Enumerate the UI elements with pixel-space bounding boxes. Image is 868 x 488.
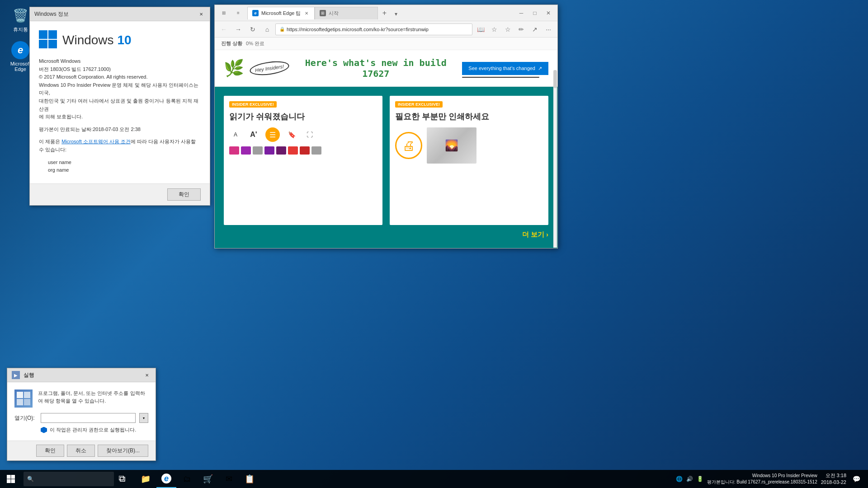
win-eval-note: 평가본이 만료되는 날짜:2018-07-03 오전 2:38	[39, 126, 201, 134]
shield-icon	[41, 427, 47, 433]
smaller-text-tool[interactable]: A	[229, 128, 242, 141]
edge-tab2-label: 시작	[329, 10, 339, 17]
taskbar-app-explorer2[interactable]: 🗂	[177, 470, 197, 488]
run-input-dropdown[interactable]: ▾	[139, 413, 148, 423]
edge-tab-2[interactable]: ⊞ 시작	[315, 7, 378, 19]
edge-tab1-close[interactable]: ✕	[303, 10, 310, 16]
edge-refresh-btn[interactable]: ↻	[246, 23, 259, 36]
run-dialog-titlebar: ▶ 실행 ✕	[7, 368, 156, 382]
edge-address-bar[interactable]: 🔒 https://microsoftedgetips.microsoft.co…	[275, 23, 472, 35]
task-view-btn[interactable]	[114, 470, 132, 488]
win-info-details: Microsoft Windows 버전 1803(OS 빌드 17627.10…	[39, 57, 201, 121]
terms-link[interactable]: Microsoft 소프트웨어 사용 조건	[61, 139, 131, 144]
titlebar-buttons: ✕	[197, 10, 205, 18]
edge-forward-btn[interactable]: →	[232, 23, 245, 36]
svg-rect-3	[48, 40, 57, 48]
edge-home-btn[interactable]: ⌂	[261, 23, 274, 36]
edge-close-btn[interactable]: ✕	[542, 7, 555, 19]
edge-tabs: e Microsoft Edge 팁 ✕ ⊞ 시작 + ▾	[247, 7, 515, 19]
taskbar-app-edge[interactable]: e	[156, 470, 176, 488]
run-ok-btn[interactable]: 확인	[36, 445, 64, 457]
edge-scrollbar[interactable]	[553, 70, 557, 248]
edge-share-btn[interactable]: ↗	[528, 23, 541, 36]
edge-tab-list[interactable]: ≡	[232, 7, 245, 19]
taskbar-network-icon[interactable]: 🌐	[676, 476, 683, 482]
win-info-line2: 버전 1803(OS 빌드 17627.1000)	[39, 66, 201, 74]
fullscreen-tool[interactable]: ⛶	[303, 128, 316, 141]
taskbar-time: 오전 3:18 2018-03-22	[821, 472, 846, 486]
run-dialog: ▶ 실행 ✕ 프로그램, 폴더, 문서, 또는 인터넷 주소를 입력하여 해당 …	[7, 368, 156, 461]
edge-window-controls: ─ □ ✕	[515, 7, 555, 19]
taskbar-app-explorer[interactable]: 📁	[136, 470, 156, 488]
cta-arrow: ↗	[538, 66, 542, 71]
win-usernames: user name org name	[48, 159, 201, 174]
edge-progress-section: 진행 상황 0% 완료	[215, 38, 557, 50]
taskbar-app-store[interactable]: 🛒	[198, 470, 218, 488]
edge-new-tab-btn[interactable]: +	[378, 7, 391, 19]
edge-fav-btn[interactable]: ☆	[488, 23, 500, 36]
edge-back-btn[interactable]: ←	[217, 23, 230, 36]
taskbar: 🔍 📁 e 🗂 🛒 ✉ 📋 🌐 🔊 🔋	[0, 470, 868, 488]
win-info-close-btn[interactable]: ✕	[197, 10, 205, 18]
swatch-4[interactable]	[264, 146, 274, 155]
run-input[interactable]	[41, 413, 136, 423]
win-info-line4: Windows 10 Pro Insider Preview 운영 체제 및 해…	[39, 81, 201, 97]
taskbar-volume-icon[interactable]: 🔊	[686, 476, 693, 482]
larger-text-tool[interactable]: A'	[247, 128, 260, 141]
edge-sidebar-toggle[interactable]: ⊞	[217, 7, 230, 19]
win-info-line1: Microsoft Windows	[39, 57, 201, 66]
win10-logo-icon	[39, 30, 57, 50]
svg-rect-12	[119, 476, 123, 480]
win-info-title: Windows 정보	[34, 10, 69, 18]
card-tools: A A' ☰ 🔖 ⛶	[229, 127, 377, 142]
edge-maximize-btn[interactable]: □	[528, 7, 541, 19]
see-more-btn[interactable]: 더 보기 ›	[224, 230, 548, 239]
swatch-5[interactable]	[276, 146, 286, 155]
progress-label: 진행 상황	[221, 40, 242, 47]
run-dialog-footer: 확인 취소 찾아보기(B)...	[7, 441, 156, 460]
taskbar-app-misc[interactable]: 📋	[240, 470, 259, 488]
edge-teal-section: INSIDER EXCLUSIVE! 읽기가 쉬워졌습니다 A A' ☰ 🔖 ⛶	[215, 87, 557, 248]
cta-label: See everything that's changed	[468, 66, 535, 71]
win-info-ok-btn[interactable]: 확인	[167, 188, 201, 201]
reading-view-tool[interactable]: ☰	[265, 127, 280, 142]
action-center-btn[interactable]: 💬	[850, 470, 863, 488]
address-text: https://microsoftedgetips.microsoft.com/…	[287, 27, 429, 32]
edge-tab-1[interactable]: e Microsoft Edge 팁 ✕	[247, 7, 315, 19]
swatch-1[interactable]	[229, 146, 239, 155]
swatch-8[interactable]	[311, 146, 321, 155]
svg-rect-0	[39, 30, 47, 39]
taskbar-clock-area[interactable]: 오전 3:18 2018-03-22	[821, 472, 846, 486]
taskbar-battery-icon[interactable]: 🔋	[697, 476, 703, 482]
edge-more-btn[interactable]: ···	[542, 23, 555, 36]
win-terms: 이 제품은 Microsoft 소프트웨어 사용 조건에 따라 다음 사용자가 …	[39, 138, 201, 154]
edge-titlebar: ⊞ ≡ e Microsoft Edge 팁 ✕ ⊞ 시작 + ▾ ─ □ ✕	[215, 5, 557, 21]
taskbar-os-name: Windows 10 Pro Insider Preview	[707, 473, 817, 479]
edge-tab-dropdown[interactable]: ▾	[391, 9, 401, 19]
bookmark-tool[interactable]: 🔖	[285, 128, 298, 141]
run-browse-btn[interactable]: 찾아보기(B)...	[98, 445, 148, 457]
svg-rect-8	[7, 475, 11, 479]
svg-rect-4	[17, 392, 23, 398]
see-everything-changed-btn[interactable]: See everything that's changed ↗	[462, 62, 548, 75]
taskbar-app-mail[interactable]: ✉	[219, 470, 239, 488]
edge-scrollbar-thumb[interactable]	[553, 70, 557, 88]
svg-rect-6	[17, 399, 23, 405]
swatch-3[interactable]	[253, 146, 263, 155]
swatch-6[interactable]	[288, 146, 298, 155]
edge-hub-btn[interactable]: ☆	[501, 23, 514, 36]
run-cancel-btn[interactable]: 취소	[67, 445, 95, 457]
run-dialog-close-btn[interactable]: ✕	[143, 371, 151, 379]
insider-badge-1: INSIDER EXCLUSIVE!	[229, 101, 277, 108]
printer-icon: 🖨	[395, 132, 422, 159]
edge-read-btn[interactable]: 📖	[474, 23, 487, 36]
edge-minimize-btn[interactable]: ─	[515, 7, 528, 19]
edge-notes-btn[interactable]: ✏	[515, 23, 528, 36]
swatch-2[interactable]	[241, 146, 251, 155]
swatch-7[interactable]	[300, 146, 310, 155]
svg-rect-10	[7, 479, 11, 483]
taskbar-start-btn[interactable]	[0, 470, 22, 488]
taskbar-search-area[interactable]: 🔍	[24, 472, 114, 486]
current-time: 오전 3:18	[821, 472, 846, 479]
print-preview-placeholder: 🌄	[427, 127, 476, 164]
